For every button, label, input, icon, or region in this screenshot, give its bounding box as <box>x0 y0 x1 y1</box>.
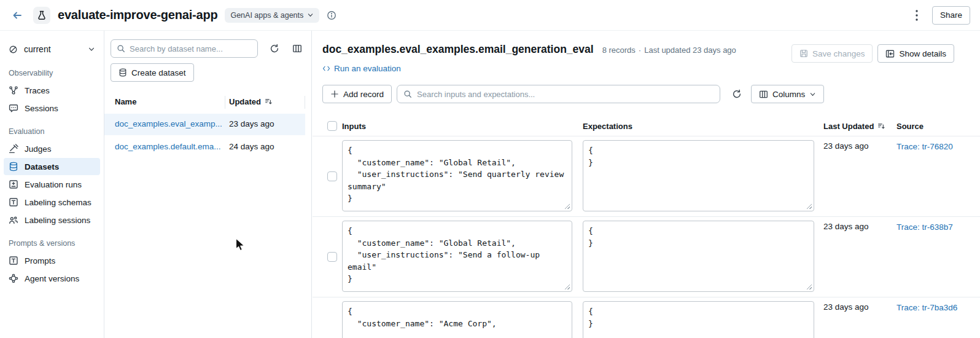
expectations-json-editor[interactable]: { } <box>583 140 814 211</box>
header-label: Expectations <box>583 122 632 131</box>
sort-descending-icon <box>265 98 273 106</box>
last-updated-text: Last updated 23 days ago <box>644 45 736 55</box>
columns-label: Columns <box>772 90 805 99</box>
chart-square-icon <box>9 179 18 189</box>
inputs-json-text: { "customer_name": "Acme Corp", <box>348 305 567 329</box>
trace-link[interactable]: Trace: tr-76820 <box>896 142 980 151</box>
gavel-icon <box>9 144 18 154</box>
column-header-source[interactable]: Source <box>896 122 924 131</box>
speech-bubble-icon <box>9 103 18 113</box>
records-table-header: Inputs Expectations Last Updated Source <box>313 117 980 136</box>
info-icon[interactable] <box>327 10 336 20</box>
section-label-prompts-versions: Prompts & versions <box>0 229 104 251</box>
run-evaluation-link[interactable]: Run an evaluation <box>322 64 401 73</box>
share-button[interactable]: Share <box>932 6 970 25</box>
sidebar-item-traces[interactable]: Traces <box>4 82 100 99</box>
sidebar: current Observability Traces Sessions Ev… <box>0 31 104 338</box>
traces-icon <box>9 85 18 95</box>
dataset-search-input[interactable] <box>130 44 252 53</box>
sidebar-item-evaluation-runs[interactable]: Evaluation runs <box>4 176 100 193</box>
last-updated-cell: 23 days ago <box>823 141 869 151</box>
column-header-updated[interactable]: Updated <box>229 97 273 106</box>
inputs-json-editor[interactable]: { "customer_name": "Global Retail", "use… <box>342 221 572 292</box>
inputs-json-editor[interactable]: { "customer_name": "Global Retail", "use… <box>342 140 572 211</box>
save-changes-label: Save changes <box>812 49 865 58</box>
dataset-row[interactable]: doc_examples.default.ema... 24 days ago <box>104 136 305 158</box>
expectations-json-editor[interactable]: { } <box>583 301 814 338</box>
back-button[interactable] <box>10 8 25 23</box>
sidebar-item-labeling-sessions[interactable]: Labeling sessions <box>4 211 100 229</box>
chevron-down-icon <box>307 12 314 18</box>
trace-link[interactable]: Trace: tr-638b7 <box>896 222 980 232</box>
workspace-label: current <box>24 44 82 54</box>
sidebar-item-agent-versions[interactable]: Agent versions <box>4 270 100 287</box>
header-label: Name <box>115 97 136 106</box>
app-window: evaluate-improve-genai-app GenAI apps & … <box>0 0 980 338</box>
kebab-menu-icon[interactable] <box>910 7 924 23</box>
code-icon <box>322 65 330 73</box>
refresh-icon <box>270 44 279 53</box>
sidebar-item-label: Agent versions <box>25 274 79 283</box>
create-dataset-button[interactable]: Create dataset <box>111 63 194 82</box>
flask-icon <box>37 10 47 20</box>
search-icon <box>117 44 125 53</box>
select-all-checkbox[interactable] <box>327 121 337 131</box>
add-record-button[interactable]: Add record <box>322 85 392 103</box>
sidebar-item-prompts[interactable]: Prompts <box>4 252 100 269</box>
expectations-json-editor[interactable]: { } <box>583 221 814 292</box>
show-details-button[interactable]: Show details <box>877 44 954 63</box>
column-header-name[interactable]: Name <box>115 97 136 106</box>
run-evaluation-label: Run an evaluation <box>334 64 401 73</box>
dataset-name-link[interactable]: doc_examples.default.ema... <box>115 142 221 151</box>
resize-grip-icon[interactable] <box>806 203 812 209</box>
sidebar-item-label: Labeling schemas <box>25 198 91 207</box>
topbar: evaluate-improve-genai-app GenAI apps & … <box>0 0 980 31</box>
sidebar-item-label: Labeling sessions <box>25 216 90 225</box>
table-row: { "customer_name": "Acme Corp", { } 23 d… <box>313 297 980 338</box>
last-updated-cell: 23 days ago <box>823 222 869 231</box>
column-header-inputs[interactable]: Inputs <box>342 122 366 131</box>
app-type-dropdown[interactable]: GenAI apps & agents <box>225 8 319 23</box>
record-count: 8 records <box>602 45 636 55</box>
table-columns-icon <box>759 90 768 99</box>
experiment-badge <box>33 7 50 24</box>
dataset-name-link[interactable]: doc_examples.eval_examp... <box>115 119 222 128</box>
inputs-json-editor[interactable]: { "customer_name": "Acme Corp", <box>342 301 572 338</box>
workspace-switcher[interactable]: current <box>4 39 100 59</box>
resize-grip-icon[interactable] <box>564 203 570 209</box>
refresh-icon <box>732 89 742 99</box>
column-header-last-updated[interactable]: Last Updated <box>823 122 885 131</box>
trace-link[interactable]: Trace: tr-7ba3d6 <box>896 303 980 312</box>
refresh-button[interactable] <box>268 42 281 55</box>
save-changes-button[interactable]: Save changes <box>791 44 873 63</box>
sidebar-item-judges[interactable]: Judges <box>4 140 100 157</box>
sidebar-item-label: Sessions <box>25 104 58 113</box>
sidebar-item-labeling-schemas[interactable]: Labeling schemas <box>4 194 100 211</box>
records-refresh-button[interactable] <box>730 87 744 101</box>
dataset-title-row: doc_examples.eval_examples.email_generat… <box>322 43 736 56</box>
table-row: { "customer_name": "Global Retail", "use… <box>313 136 980 217</box>
sidebar-item-datasets[interactable]: Datasets <box>4 158 100 175</box>
database-icon <box>119 68 127 77</box>
save-icon <box>799 49 808 58</box>
dataset-list-panel: Create dataset Name Updated doc_examples… <box>104 31 312 338</box>
row-checkbox[interactable] <box>327 171 337 181</box>
search-icon <box>403 90 412 98</box>
panel-columns-button[interactable] <box>290 42 304 55</box>
resize-grip-icon[interactable] <box>564 284 570 289</box>
dataset-row[interactable]: doc_examples.eval_examp... 23 days ago <box>104 114 305 135</box>
text-square-icon <box>9 197 18 207</box>
resize-grip-icon[interactable] <box>806 284 812 289</box>
plus-icon <box>330 90 339 98</box>
last-updated-cell: 23 days ago <box>823 302 869 312</box>
database-icon <box>9 162 18 171</box>
chevron-down-icon <box>809 91 816 98</box>
sidebar-item-sessions[interactable]: Sessions <box>4 100 100 117</box>
panel-left-arrow-icon <box>885 49 895 58</box>
records-search-input[interactable] <box>417 90 714 99</box>
columns-dropdown-button[interactable]: Columns <box>751 85 824 103</box>
column-header-expectations[interactable]: Expectations <box>583 122 632 131</box>
sidebar-item-label: Prompts <box>25 256 55 265</box>
graph-icon <box>9 273 18 283</box>
row-checkbox[interactable] <box>327 252 337 262</box>
